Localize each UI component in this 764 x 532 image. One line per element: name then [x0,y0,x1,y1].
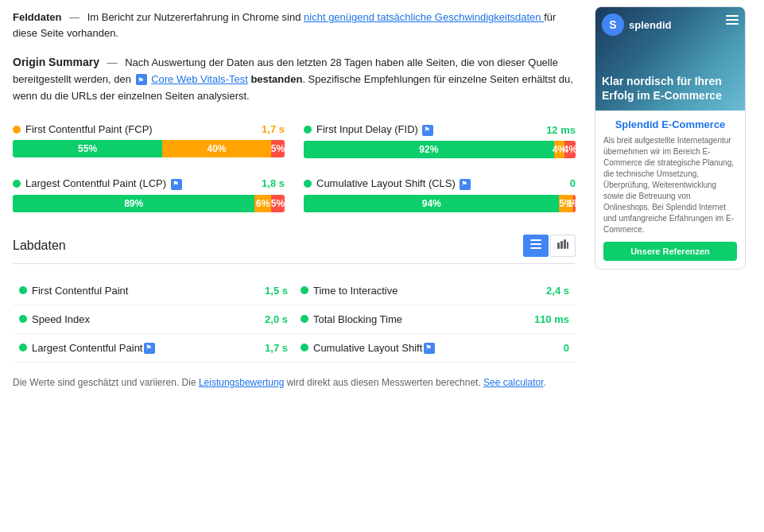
ad-logo-circle: S [602,14,624,36]
bar-segment: 6% [254,195,271,212]
lab-metric-fcp-lab: First Contentful Paint 1,5 s [13,277,294,305]
bar-segment: 92% [304,141,554,158]
sidebar: S splendid Klar nordisch für Ihren Erfol… [588,0,755,399]
metric-header: First Contentful Paint (FCP) 1,7 s [13,123,285,135]
progress-bar: 89%6%5% [13,195,285,212]
felddaten-link[interactable]: nicht genügend tatsächliche Geschwindigk… [304,11,544,23]
menu-line-1 [726,15,739,17]
bar-segment: 89% [13,195,254,212]
lab-flag-icon [424,343,435,354]
lab-metric-label: Speed Index [19,313,240,325]
labdaten-section: Labdaten [13,235,576,363]
ad-body-text: Als breit aufgestellte Internetagentur ü… [603,135,737,235]
bar-segment: 5% [271,195,285,212]
ad-logo: S splendid [602,14,671,36]
lab-metric-tti: Time to Interactive 2,4 s [294,277,576,305]
ad-referenzen-button[interactable]: Unsere Referenzen [603,242,737,261]
footer-note: Die Werte sind geschätzt und variieren. … [13,375,576,390]
metric-label: Cumulative Layout Shift (CLS) [304,177,472,190]
list-icon [530,239,541,251]
lab-metric-value: 2,0 s [240,313,288,325]
lab-dot [19,344,27,351]
lab-metric-label: First Contentful Paint [19,285,240,297]
svg-rect-3 [557,243,560,249]
leistungsbewertung-link[interactable]: Leistungsbewertung [199,377,284,388]
metric-flag-icon [422,125,433,136]
origin-summary-section: Origin Summary — Nach Auswertung der Dat… [13,53,576,104]
metric-flag-icon [460,179,471,190]
lab-metric-cls-lab: Cumulative Layout Shift 0 [294,334,576,363]
felddaten-title: Felddaten [13,11,61,23]
metric-card-fid: First Input Delay (FID) 12 ms 92%4%4% [304,120,576,161]
lab-dot [19,315,27,323]
lab-metrics-grid: First Contentful Paint 1,5 s Time to Int… [13,277,576,363]
metric-value: 1,8 s [262,177,285,189]
bar-segment: 1% [573,195,576,212]
lab-metric-label: Largest Contentful Paint [19,342,240,355]
toggle-list-btn[interactable] [523,235,549,257]
metric-header: First Input Delay (FID) 12 ms [304,123,576,136]
svg-rect-0 [530,239,541,241]
lab-dot [19,286,27,294]
metric-label: First Contentful Paint (FCP) [13,123,153,135]
bar-segment: 55% [13,140,162,157]
see-calculator-link[interactable]: See calculator [483,377,543,388]
lab-metric-value: 1,7 s [240,342,288,354]
metric-label: First Input Delay (FID) [304,123,435,136]
lab-metric-value: 2,4 s [522,285,569,297]
progress-bar: 94%5%1% [304,195,576,212]
felddaten-text-before: Im Bericht zur Nutzererfahrung in Chrome… [87,11,301,23]
lab-flag-icon [144,343,155,354]
lab-metric-value: 0 [522,342,569,354]
ad-image: S splendid Klar nordisch für Ihren Erfol… [595,7,745,111]
cwv-flag-icon [136,74,147,85]
toggle-chart-btn[interactable] [550,235,576,257]
metric-value: 1,7 s [262,123,285,135]
chart-icon [557,239,568,251]
view-toggle [523,235,576,257]
footer-text2: wird direkt aus diesen Messwerten berech… [287,377,483,388]
menu-line-3 [726,23,739,25]
metric-label: Largest Contentful Paint (LCP) [13,177,184,190]
origin-summary-title: Origin Summary [13,56,99,68]
svg-rect-1 [530,243,541,245]
metric-header: Largest Contentful Paint (LCP) 1,8 s [13,177,285,190]
labdaten-title: Labdaten [13,239,66,253]
sidebar-ad: S splendid Klar nordisch für Ihren Erfol… [595,6,746,270]
lab-metric-label: Time to Interactive [301,285,522,297]
lab-dot [301,315,308,323]
footer-text1: Die Werte sind geschätzt und variieren. … [13,377,199,388]
svg-rect-5 [564,239,566,249]
bar-segment: 5% [271,140,285,157]
metric-card-fcp: First Contentful Paint (FCP) 1,7 s 55%40… [13,120,285,161]
lab-metric-si: Speed Index 2,0 s [13,305,294,334]
bar-segment: 4% [564,141,576,158]
svg-rect-6 [567,242,568,249]
ad-subtitle: Splendid E-Commerce [603,118,737,130]
svg-rect-4 [560,241,563,249]
lab-metric-label: Total Blocking Time [301,313,522,325]
menu-line-2 [726,19,739,21]
field-metrics-grid: First Contentful Paint (FCP) 1,7 s 55%40… [13,120,576,215]
metric-dot [13,126,21,134]
metric-card-lcp: Largest Contentful Paint (LCP) 1,8 s 89%… [13,174,285,216]
lab-dot [301,344,308,351]
lab-metric-label: Cumulative Layout Shift [301,342,522,355]
metric-card-cls: Cumulative Layout Shift (CLS) 0 94%5%1% [304,174,576,216]
metric-value: 12 ms [546,124,576,136]
cwv-bestanden: bestanden [250,73,302,85]
felddaten-separator: — [69,11,83,23]
metric-dot [304,126,312,134]
cwv-link[interactable]: Core Web Vitals-Test [151,73,248,85]
lab-metric-tbt: Total Blocking Time 110 ms [294,305,576,334]
ad-menu-icon[interactable] [726,15,739,25]
ad-body: Splendid E-Commerce Als breit aufgestell… [595,111,745,269]
metric-dot [304,180,312,188]
metric-flag-icon [171,179,182,190]
progress-bar: 92%4%4% [304,141,576,158]
lab-metric-lcp-lab: Largest Contentful Paint 1,7 s [13,334,294,363]
progress-bar: 55%40%5% [13,140,285,157]
svg-rect-2 [530,247,541,249]
lab-metric-value: 1,5 s [240,285,288,297]
ad-logo-text: splendid [629,19,671,31]
